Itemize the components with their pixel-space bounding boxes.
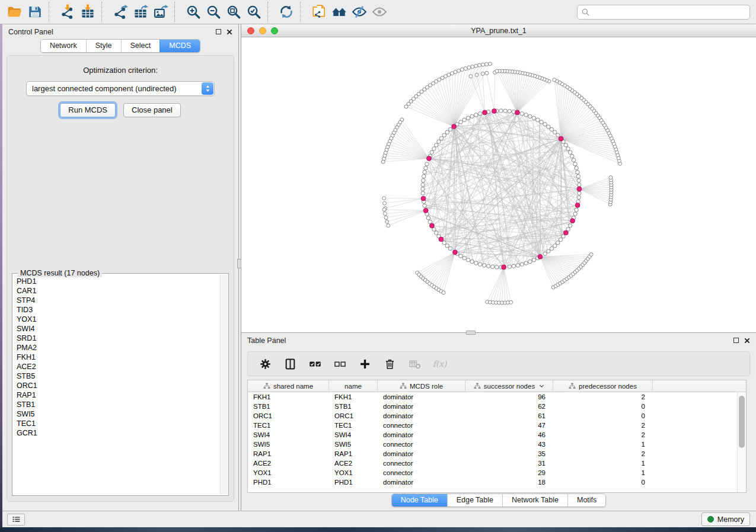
graph-node[interactable] [424, 166, 428, 169]
table-row[interactable]: ACE2ACE2connector311 [248, 459, 746, 468]
search-box[interactable] [577, 5, 750, 20]
graph-node[interactable] [432, 147, 436, 150]
export-table-button[interactable] [130, 2, 151, 21]
graph-node[interactable] [423, 170, 426, 174]
column-header-MCDS-role[interactable]: MCDS role [378, 380, 465, 392]
graph-node[interactable] [566, 147, 570, 150]
graph-leaf-node[interactable] [553, 78, 556, 82]
column-header-name[interactable]: name [329, 380, 378, 392]
graph-hub-node[interactable] [577, 187, 582, 191]
graph-node[interactable] [576, 170, 579, 174]
table-row[interactable]: YOX1YOX1connector291 [248, 468, 746, 477]
graph-leaf-node[interactable] [387, 224, 390, 227]
graph-node[interactable] [495, 265, 499, 269]
open-file-button[interactable] [5, 2, 25, 21]
graph-hub-node[interactable] [515, 110, 520, 115]
graph-hub-node[interactable] [564, 230, 569, 235]
graph-node[interactable] [512, 264, 515, 268]
graph-leaf-node[interactable] [478, 63, 481, 67]
graph-hub-node[interactable] [421, 196, 426, 201]
graph-node[interactable] [423, 204, 426, 207]
graph-leaf-node[interactable] [383, 212, 387, 216]
graph-node[interactable] [435, 231, 438, 235]
graph-node[interactable] [575, 166, 578, 169]
graph-leaf-node[interactable] [481, 72, 484, 75]
graph-node[interactable] [576, 174, 580, 178]
float-table-panel-icon[interactable] [733, 338, 739, 343]
graph-node[interactable] [556, 241, 560, 245]
graph-node[interactable] [503, 109, 507, 113]
table-row[interactable]: STB1STB1dominator620 [248, 402, 746, 411]
graph-node[interactable] [540, 120, 543, 124]
graph-leaf-node[interactable] [450, 72, 454, 75]
list-item[interactable]: CAR1 [17, 286, 220, 296]
hide-eye-button[interactable] [349, 2, 369, 21]
list-item[interactable]: TEC1 [17, 419, 220, 428]
graph-node[interactable] [421, 187, 425, 191]
graph-node[interactable] [578, 183, 581, 187]
graph-node[interactable] [562, 235, 565, 238]
graph-node[interactable] [568, 150, 572, 154]
tab-mcds[interactable]: MCDS [160, 40, 200, 52]
graph-node[interactable] [543, 123, 547, 126]
graph-node[interactable] [470, 114, 474, 118]
list-item[interactable]: TID3 [17, 305, 220, 315]
list-item[interactable]: FKH1 [17, 352, 220, 362]
graph-hub-node[interactable] [430, 223, 435, 228]
zoom-selected-button[interactable] [244, 2, 264, 21]
list-item[interactable]: GCR1 [17, 428, 220, 438]
table-row[interactable]: ORC1ORC1dominator610 [248, 411, 746, 421]
graph-leaf-node[interactable] [589, 253, 593, 257]
column-header-shared-name[interactable]: shared name [248, 380, 329, 392]
graph-leaf-node[interactable] [382, 208, 386, 211]
graph-leaf-node[interactable] [509, 300, 513, 304]
tab-edge-table[interactable]: Edge Table [447, 494, 502, 507]
graph-node[interactable] [564, 143, 567, 147]
graph-node[interactable] [559, 238, 562, 241]
column-header-predecessor-nodes[interactable]: predecessor nodes [553, 380, 653, 392]
refresh-layout-button[interactable] [276, 2, 296, 21]
close-panel-button[interactable]: Close panel [123, 103, 181, 117]
graph-node[interactable] [478, 262, 481, 266]
graph-node[interactable] [491, 265, 495, 268]
graph-hub-node[interactable] [453, 250, 458, 255]
graph-leaf-node[interactable] [382, 197, 386, 200]
graph-node[interactable] [520, 112, 524, 116]
graph-hub-node[interactable] [502, 265, 506, 270]
graph-node[interactable] [421, 183, 425, 187]
table-row[interactable]: TEC1TEC1connector472 [248, 421, 746, 430]
table-scrollbar[interactable] [737, 392, 746, 492]
check-pair-button[interactable] [307, 356, 323, 371]
zoom-in-button[interactable] [183, 2, 203, 21]
export-image-button[interactable] [151, 2, 171, 21]
mcds-list-scrollbar[interactable] [220, 274, 228, 495]
close-panel-icon[interactable] [227, 29, 232, 35]
graph-node[interactable] [508, 110, 511, 113]
export-network-button[interactable] [110, 2, 130, 21]
graph-hub-node[interactable] [538, 254, 543, 259]
graph-hub-node[interactable] [427, 156, 432, 161]
graph-node[interactable] [532, 116, 535, 120]
graph-node[interactable] [524, 113, 528, 117]
graph-leaf-node[interactable] [467, 66, 471, 69]
graph-node[interactable] [426, 216, 430, 220]
graph-leaf-node[interactable] [454, 70, 457, 73]
graph-node[interactable] [573, 212, 577, 216]
table-row[interactable]: SWI4SWI4dominator462 [248, 430, 746, 440]
graph-node[interactable] [570, 154, 574, 158]
trash-button[interactable] [382, 356, 397, 371]
graph-node[interactable] [550, 127, 553, 131]
zoom-out-button[interactable] [203, 2, 224, 21]
graph-node[interactable] [478, 112, 481, 116]
close-table-panel-icon[interactable] [744, 338, 750, 344]
tab-network[interactable]: Network [41, 40, 86, 52]
graph-leaf-node[interactable] [609, 176, 613, 180]
graph-leaf-node[interactable] [485, 62, 489, 66]
graph-node[interactable] [474, 113, 478, 117]
graph-node[interactable] [422, 174, 426, 178]
graph-node[interactable] [577, 179, 580, 182]
list-item[interactable]: ORC1 [17, 381, 220, 390]
graph-node[interactable] [435, 143, 438, 147]
graph-node[interactable] [430, 150, 433, 154]
graph-node[interactable] [437, 140, 441, 143]
